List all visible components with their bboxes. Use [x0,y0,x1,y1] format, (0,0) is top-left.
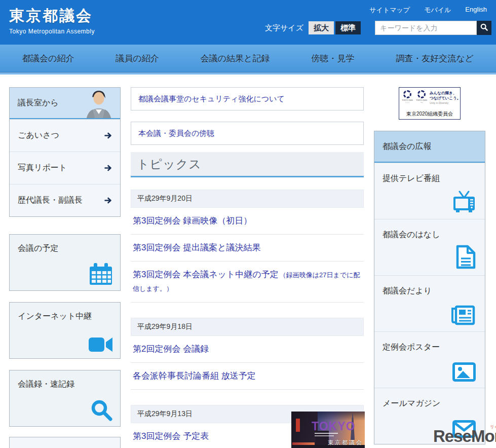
tv-icon [452,191,476,213]
topic-group: 平成29年9月18日 第2回定例会 会議録 各会派幹事長討論番組 放送予定 [131,318,364,390]
topic-link-submitted-bills[interactable]: 第3回定例会 提出議案と議決結果 [131,235,364,262]
notice-label: 都議会議事堂のセキュリティ強化について [138,94,285,104]
video-camera-icon [89,335,113,354]
topic-link-label: 各会派幹事長討論番組 放送予定 [133,371,256,381]
tokyo-assembly-banner[interactable]: TOKYO 東京都議会 [291,412,365,448]
nav-bottom-strip [0,72,496,74]
pr-item-label: 都議会のはなし [383,230,440,239]
font-size-and-search-row: 文字サイズ 拡大 標準 [265,21,481,35]
nav-item-assembly-intro[interactable]: 都議会の紹介 [22,53,74,64]
topics-heading-label: トピックス [137,156,202,172]
feature-label: 会議の予定 [10,235,120,254]
search-icon [480,23,488,32]
sidebar-item-label: 歴代議長・副議長 [18,195,83,206]
main-navigation: 都議会の紹介 議員の紹介 会議の結果と記録 傍聴・見学 調査・友好交流など [0,45,496,75]
pr-box-header-label: 都議会の広報 [383,141,431,152]
topic-date: 平成29年9月18日 [131,318,364,336]
search-button[interactable] [477,21,491,35]
topic-link-label: 第3回定例会 予定表 [133,431,209,441]
topic-link-label: 第3回定例会 本会議ネット中継の予定 [133,270,279,279]
link-english[interactable]: English [465,6,487,15]
topic-link-recorded-video[interactable]: 第3回定例会 録画映像（初日） [131,208,364,235]
font-size-label: 文字サイズ [265,23,303,33]
feature-label: 会議録・速記録 [10,370,120,390]
pr-item-tv-program[interactable]: 提供テレビ番組 [374,163,485,219]
banner-caption: 東京都議会 [328,439,363,446]
tokyo2020-slogan: みんなの輝き、 つなげていこう。 Unity in Diversity [430,90,461,104]
sidebar-item-past-chairmen[interactable]: 歴代議長・副議長 [10,184,120,216]
topic-date: 平成29年9月20日 [131,190,364,208]
arrow-right-icon [104,165,112,171]
sidebar-item-label: ごあいさつ [18,130,59,141]
chairman-portrait [80,89,118,118]
arrow-right-icon [104,197,112,204]
tokyo2020-top: TOKYO 2020 ○○○ TOKYO 2020 〜 みんなの輝き、 つなげて… [401,90,458,110]
banner-neon-sign [296,419,300,432]
olympic-emblem-icon: TOKYO 2020 ○○○ [401,90,413,103]
pr-item-label: 定例会ポスター [383,343,440,351]
nav-item-research-exchange[interactable]: 調査・友好交流など [396,53,474,64]
image-icon [452,362,476,382]
paralympic-agitos-icon: 〜 [415,101,428,103]
topic-link-label: 第2回定例会 会議録 [133,344,209,354]
document-icon [455,245,476,269]
site-logo[interactable]: 東京都議会 Tokyo Metropolitan Assembly [9,6,95,35]
sidebar-item-label: 写真リポート [18,163,67,173]
paralympic-emblem-icon: TOKYO 2020 〜 [415,90,428,103]
sidebar-chairman-box: 議長室から ごあいさつ 写真リポート 歴代議長・副議長 [9,87,121,217]
tokyo2020-banner[interactable]: TOKYO 2020 ○○○ TOKYO 2020 〜 みんなの輝き、 つなげて… [399,87,461,120]
watermark-ruby: リセマム [490,424,496,430]
pr-item-label: メールマガジン [383,399,440,407]
pr-item-label: 都議会だより [383,286,432,295]
topics-heading: トピックス [131,152,364,177]
nav-item-observation-tour[interactable]: 傍聴・見学 [311,53,354,64]
sidebar-box-meeting-schedule[interactable]: 会議の予定 [9,234,121,291]
banner-overlay-title: TOKYO [312,420,355,433]
calendar-icon [89,263,113,286]
link-mobile[interactable]: モバイル [424,6,451,15]
sidebar-pr-box: 都議会の広報 提供テレビ番組 都議会のはなし 都議会だより [374,131,485,444]
banner-text-lines [315,433,338,437]
nav-item-meeting-results[interactable]: 会議の結果と記録 [201,53,270,64]
pr-item-assembly-newsletter[interactable]: 都議会だより [374,275,485,331]
utility-links: サイトマップ モバイル English [369,6,487,15]
link-sitemap[interactable]: サイトマップ [369,6,410,15]
sidebar-feature-box-partial[interactable] [9,437,121,448]
watermark-text: ReseMom. [433,427,496,445]
site-header: 東京都議会 Tokyo Metropolitan Assembly サイトマップ… [0,0,496,45]
notice-label: 本会議・委員会の傍聴 [138,129,214,138]
pr-item-label: 提供テレビ番組 [383,174,440,182]
newspaper-icon [450,305,476,325]
font-size-enlarge-button[interactable]: 拡大 [309,21,334,34]
topics-list: 平成29年9月20日 第3回定例会 録画映像（初日） 第3回定例会 提出議案と議… [131,190,364,448]
pr-item-session-poster[interactable]: 定例会ポスター [374,331,485,388]
nav-item-members-intro[interactable]: 議員の紹介 [116,53,159,64]
search-input[interactable] [375,21,477,35]
sidebar-item-greeting[interactable]: ごあいさつ [10,119,120,152]
topic-link-net-broadcast-schedule[interactable]: 第3回定例会 本会議ネット中継の予定（録画映像は27日までに配信します。） [131,262,364,303]
topic-link-minutes[interactable]: 第2回定例会 会議録 [131,336,364,363]
magnifier-icon [91,399,113,422]
site-title: 東京都議会 [9,6,95,26]
olympic-rings-icon: ○○○ [401,101,413,103]
feature-label: インターネット中継 [10,303,120,322]
sidebar-item-photo-report[interactable]: 写真リポート [10,152,120,184]
topic-link-label: 第3回定例会 録画映像（初日） [133,216,252,226]
font-size-standard-button[interactable]: 標準 [335,21,361,34]
arrow-right-icon [104,132,112,139]
site-subtitle: Tokyo Metropolitan Assembly [9,28,95,35]
notice-link-security[interactable]: 都議会議事堂のセキュリティ強化について [131,87,364,110]
pr-box-header: 都議会の広報 [374,131,485,163]
resemom-watermark: リセマム ReseMom. [433,427,496,446]
notice-link-observation[interactable]: 本会議・委員会の傍聴 [131,122,364,145]
sidebar-box-internet-broadcast[interactable]: インターネット中継 [9,302,121,359]
topic-link-label: 第3回定例会 提出議案と議決結果 [133,243,261,252]
pr-item-assembly-story[interactable]: 都議会のはなし [374,219,485,275]
tokyo2020-org-label: 東京2020組織委員会 [401,110,458,118]
chairman-room-label: 議長室から [18,98,59,108]
topic-link-debate-program[interactable]: 各会派幹事長討論番組 放送予定 [131,363,364,390]
sidebar-box-minutes-search[interactable]: 会議録・速記録 [9,370,121,427]
sidebar-item-chairman-room[interactable]: 議長室から [10,88,120,119]
search-box [375,21,491,35]
topic-group: 平成29年9月20日 第3回定例会 録画映像（初日） 第3回定例会 提出議案と議… [131,190,364,303]
